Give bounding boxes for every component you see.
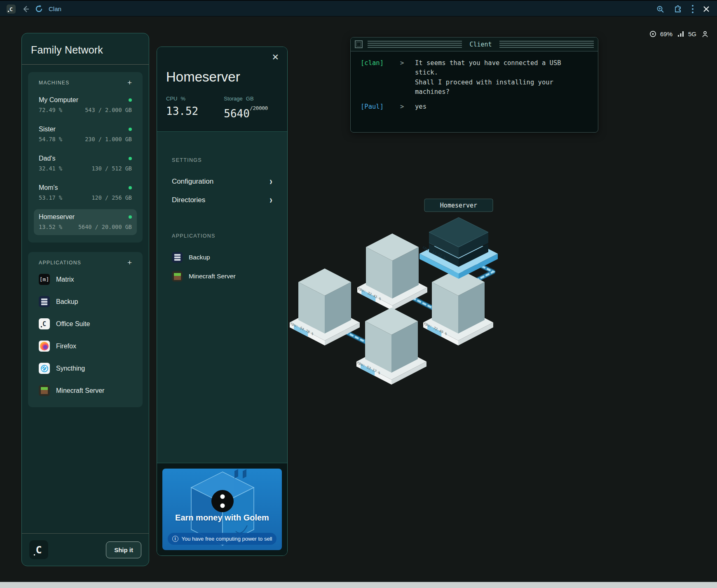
application-item-backup[interactable]: Backup [34, 294, 137, 309]
cpu-metric: CPU% 13.52 [166, 96, 198, 120]
speaker-label: [Paul] [361, 102, 400, 112]
close-icon[interactable]: ✕ [272, 53, 279, 61]
machine-name: Mom's [39, 184, 58, 191]
terminal-line: yes [415, 102, 426, 112]
machine-storage: 5640 / 20.000 GB [78, 224, 132, 230]
titlebar-stripes [499, 41, 594, 48]
machine-item[interactable]: Mom's53.17 %120 / 256 GB [34, 180, 137, 206]
golem-banner[interactable]: Earn money with Golem i You have free co… [162, 469, 282, 550]
online-status-dot [129, 215, 132, 219]
svg-text:Homeserver: Homeserver [440, 202, 477, 209]
terminal-message: [Paul]>yes [361, 102, 588, 112]
machine-storage: 120 / 256 GB [91, 194, 132, 201]
terminal-line: Shall I proceed with installing your [415, 78, 561, 87]
application-item-office[interactable]: COffice Suite [34, 317, 137, 331]
application-item-matrix[interactable]: [m]Matrix [34, 272, 137, 287]
terminal-line: stick. [415, 68, 561, 77]
minecraft-icon [172, 271, 183, 282]
settings-header: SETTINGS [172, 157, 272, 163]
clan-logo-icon: C [29, 540, 48, 559]
applications-header: APPLICATIONS [39, 260, 81, 266]
detail-footer: Earn money with Golem i You have free co… [157, 463, 287, 555]
application-item-minecraft[interactable]: Minecraft Server [34, 383, 137, 398]
power-icon [649, 30, 656, 37]
back-icon[interactable] [21, 5, 30, 13]
golem-banner-note: i You have free computing power to sell [168, 533, 276, 545]
terminal-line: It seems that you have connected a USB [415, 58, 561, 68]
terminal-line: machines? [415, 87, 561, 97]
application-item-syncthing[interactable]: Syncthing [34, 361, 137, 376]
battery-percent: 69% [660, 30, 672, 37]
machine-name: My Computer [39, 96, 78, 104]
machine-item[interactable]: Dad's32.41 %130 / 512 GB [34, 151, 137, 177]
sidebar-footer: C Ship it [22, 533, 149, 566]
applications-card: APPLICATIONS + [m]MatrixBackupCOffice Su… [28, 252, 143, 407]
storage-metric: StorageGB 5640/20000 [224, 96, 268, 120]
machine-cpu: 72.49 % [39, 107, 62, 113]
divider [22, 64, 149, 65]
terminal-message: [clan]>It seems that you have connected … [361, 58, 588, 97]
ship-it-button[interactable]: Ship it [106, 541, 141, 558]
backup-icon [172, 252, 183, 263]
info-icon: i [172, 536, 178, 542]
firefox-icon [39, 341, 50, 352]
application-name: Matrix [56, 276, 74, 283]
application-name: Minecraft Server [56, 387, 104, 394]
machine-cpu: 32.41 % [39, 165, 62, 172]
detail-header: ✕ Homeserver CPU% 13.52 StorageGB 5640/2… [157, 47, 287, 132]
window-checkbox-icon[interactable] [355, 40, 363, 48]
machine-moms[interactable]: cpu: 53.17 % [356, 308, 426, 385]
online-status-dot [129, 98, 132, 102]
application-name: Backup [56, 298, 78, 306]
terminal-titlebar[interactable]: Client [351, 37, 598, 51]
machine-my-computer[interactable]: cpu: 72.49 % [423, 268, 493, 345]
storage-value: 5640/20000 [224, 105, 268, 120]
machine-cpu: 54.78 % [39, 136, 62, 142]
reload-icon[interactable] [35, 5, 43, 13]
titlebar-stripes [368, 41, 462, 48]
browser-topbar: C Clan [0, 0, 717, 16]
machine-storage: 130 / 512 GB [91, 165, 132, 172]
menu-kebab-icon[interactable] [691, 5, 694, 14]
add-machine-button[interactable]: + [127, 79, 132, 86]
machine-name: Dad's [39, 155, 55, 162]
family-network-panel: Family Network MACHINES + My Computer72.… [21, 33, 149, 566]
close-window-icon[interactable] [703, 6, 710, 12]
signal-icon [678, 31, 684, 37]
machine-item[interactable]: My Computer72.49 %543 / 2.000 GB [34, 92, 137, 118]
golem-banner-title: Earn money with Golem [162, 513, 282, 523]
machine-item[interactable]: Sister54.78 %230 / 1.000 GB [34, 121, 137, 147]
machines-card: MACHINES + My Computer72.49 %543 / 2.000… [28, 72, 143, 243]
network-type: 5G [688, 30, 696, 37]
application-name: Backup [189, 254, 210, 261]
page-title: Family Network [31, 44, 140, 56]
zoom-icon[interactable] [656, 5, 664, 13]
add-application-button[interactable]: + [127, 259, 132, 266]
syncthing-icon [39, 363, 50, 374]
machine-cpu: 13.52 % [39, 224, 62, 230]
clan-logo-icon: C [7, 5, 16, 14]
application-name: Syncthing [56, 365, 85, 372]
status-cluster: 69% 5G [649, 30, 708, 37]
terminal-output: [clan]>It seems that you have connected … [351, 51, 598, 124]
application-item-firefox[interactable]: Firefox [34, 339, 137, 353]
prompt-char: > [400, 102, 415, 112]
machines-header: MACHINES [39, 80, 70, 86]
detail-title: Homeserver [166, 69, 278, 85]
machine-item[interactable]: Homeserver13.52 %5640 / 20.000 GB [34, 209, 137, 235]
machine-cpu: 53.17 % [39, 194, 62, 201]
extensions-icon[interactable] [673, 5, 682, 14]
backup-icon [39, 296, 50, 307]
user-icon[interactable] [702, 31, 708, 37]
online-status-dot [129, 157, 132, 160]
application-name: Firefox [56, 343, 76, 350]
cpu-value: 13.52 [166, 105, 198, 117]
applications-list: [m]MatrixBackupCOffice SuiteFirefoxSynct… [34, 272, 137, 398]
machines-list: My Computer72.49 %543 / 2.000 GBSister54… [34, 92, 137, 235]
client-terminal-window: Client [clan]>It seems that you have con… [350, 37, 598, 133]
machine-storage: 230 / 1.000 GB [85, 136, 132, 142]
network-scene: cpu: 54.78 %cpu: 32.41 %cpu: 72.49 %cpu:… [247, 173, 515, 391]
tab-title: Clan [49, 5, 61, 12]
prompt-char: > [400, 58, 415, 97]
application-name: Minecraft Server [189, 273, 236, 280]
